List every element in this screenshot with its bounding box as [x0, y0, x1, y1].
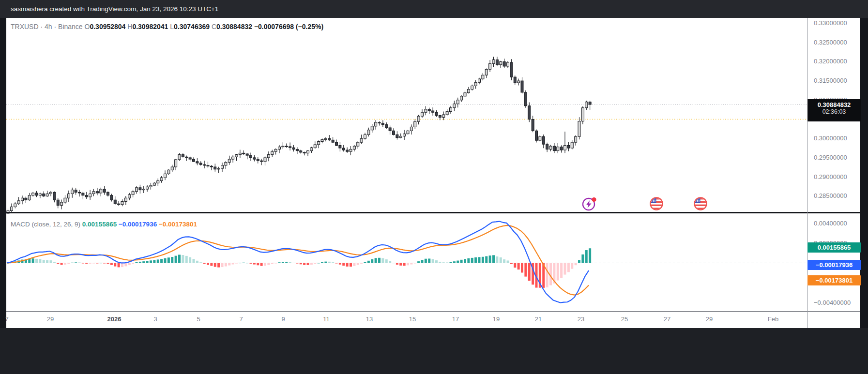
- candle-body: [432, 111, 434, 112]
- candle-body: [171, 167, 173, 170]
- macd-axis-label: −0.00400000: [814, 299, 851, 306]
- macd-histogram-bar: [474, 257, 477, 263]
- candle-body: [285, 146, 288, 147]
- last-price-text: 0.30884832: [807, 101, 861, 108]
- macd-legend[interactable]: MACD (close, 12, 26, 9) 0.00155865 −0.00…: [11, 221, 197, 228]
- candle-body: [364, 135, 366, 138]
- candle-body: [196, 162, 198, 163]
- last-price-badge: 0.30884832 02:36:03: [807, 99, 861, 121]
- macd-line-value: −0.00017936: [119, 221, 157, 228]
- candle-body: [339, 145, 341, 148]
- macd-histogram-bar: [467, 258, 470, 263]
- candle-body: [439, 116, 441, 118]
- macd-histogram-bar: [389, 261, 391, 263]
- macd-histogram-bar: [524, 263, 527, 277]
- bar-countdown: 02:36:03: [807, 108, 861, 115]
- us-flag-event-icon[interactable]: [693, 196, 708, 211]
- candle-body: [539, 136, 541, 140]
- candle-body: [389, 128, 391, 131]
- candle-body: [521, 81, 523, 92]
- macd-histogram-bar: [32, 258, 34, 263]
- candle-body: [575, 136, 577, 142]
- macd-histogram-bar: [500, 257, 502, 263]
- candle-body: [303, 152, 305, 153]
- macd-histogram-bar: [385, 259, 388, 263]
- macd-histogram-bar: [132, 263, 134, 264]
- us-flag-event-icon[interactable]: [649, 196, 664, 211]
- candle-body: [274, 149, 277, 151]
- candle-body: [560, 147, 563, 150]
- candle-body: [118, 204, 120, 205]
- macd-histogram-bar: [203, 263, 206, 264]
- footer-bar: TradingView: [0, 328, 868, 374]
- pane-separator[interactable]: [6, 212, 860, 213]
- macd-histogram-bar: [150, 260, 152, 263]
- candle-body: [121, 201, 123, 204]
- candle-body: [396, 135, 398, 137]
- macd-histogram-bar: [246, 263, 248, 263]
- macd-signal-value: −0.00173801: [159, 221, 197, 228]
- time-axis-label: 19: [482, 315, 511, 323]
- symbol-legend[interactable]: TRXUSD · 4h · Binance O0.30952804 H0.309…: [11, 23, 323, 30]
- macd-histogram-bar: [78, 262, 81, 263]
- macd-histogram-bar: [393, 263, 395, 263]
- macd-histogram-bar: [399, 263, 402, 266]
- candle-body: [282, 146, 284, 147]
- macd-histogram-bar: [464, 259, 466, 263]
- macd-histogram-bar: [357, 263, 359, 265]
- candle-body: [578, 121, 580, 136]
- macd-histogram-bar: [214, 263, 216, 267]
- macd-histogram-bar: [257, 263, 259, 266]
- change-value: −0.00076698 (−0.25%): [254, 23, 323, 30]
- flash-event-icon[interactable]: [582, 196, 596, 211]
- macd-histogram-bar: [567, 263, 570, 272]
- macd-histogram-bar: [67, 263, 70, 264]
- candle-body: [399, 136, 402, 137]
- candle-body: [453, 104, 456, 108]
- candle-body: [518, 81, 520, 83]
- candle-body: [17, 201, 20, 204]
- candle-body: [485, 69, 487, 75]
- macd-histogram-bar: [114, 263, 116, 267]
- macd-histogram-bar: [403, 263, 406, 266]
- macd-histogram-bar: [353, 263, 355, 266]
- macd-histogram-bar: [182, 255, 184, 263]
- candle-body: [228, 159, 230, 162]
- candle-body: [89, 194, 91, 197]
- macd-histogram-bar: [332, 262, 334, 263]
- candle-body: [110, 195, 113, 200]
- macd-histogram-bar: [414, 263, 416, 264]
- price-axis-label: 0.30000000: [814, 135, 847, 142]
- candle-body: [321, 140, 323, 142]
- candle-body: [168, 170, 170, 174]
- macd-histogram-bar: [453, 261, 456, 263]
- macd-histogram-bar: [396, 263, 398, 265]
- candle-body: [482, 75, 484, 79]
- candle-body: [328, 138, 331, 140]
- macd-histogram-bar: [157, 259, 159, 263]
- macd-histogram-bar: [589, 248, 591, 263]
- time-axis[interactable]: 7292026357911131517192123252729Feb: [6, 312, 807, 328]
- candle-body: [124, 198, 127, 201]
- macd-histogram-bar: [575, 263, 577, 266]
- macd-histogram-bar: [217, 263, 220, 268]
- candle-body: [378, 122, 381, 123]
- macd-histogram-bar: [285, 262, 288, 263]
- candle-body: [524, 92, 527, 106]
- candle-body: [350, 149, 352, 151]
- macd-histogram-bar: [350, 263, 352, 267]
- macd-histogram-bar: [571, 263, 573, 269]
- macd-histogram-bar: [232, 263, 234, 265]
- symbol-title[interactable]: TRXUSD · 4h · Binance: [11, 23, 83, 30]
- macd-histogram-bar: [39, 259, 41, 263]
- candle-body: [307, 151, 309, 153]
- macd-histogram-bar: [43, 260, 45, 263]
- candle-body: [357, 142, 359, 146]
- macd-histogram-bar: [103, 263, 106, 264]
- candle-body: [71, 190, 74, 194]
- macd-histogram-bar: [435, 260, 438, 263]
- candle-body: [353, 146, 355, 149]
- macd-histogram-bar: [85, 263, 88, 264]
- macd-histogram-bar: [57, 263, 59, 264]
- time-axis-label: 15: [398, 315, 427, 323]
